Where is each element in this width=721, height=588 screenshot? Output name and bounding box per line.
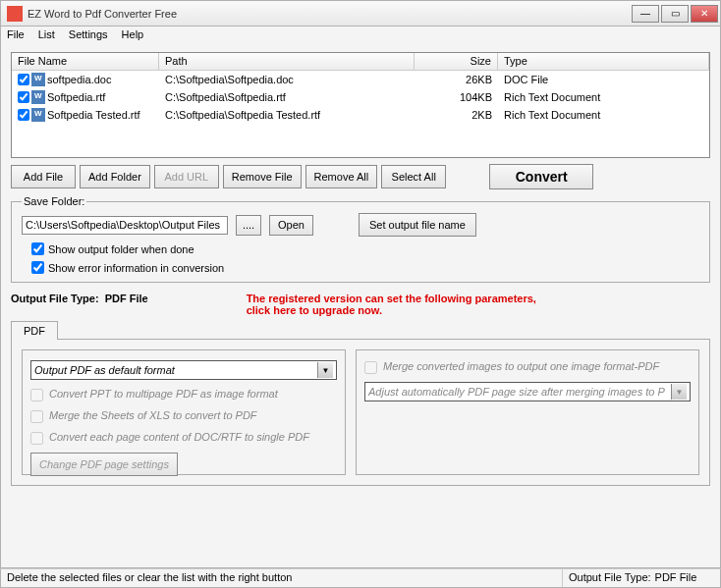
output-type-label: Output File Type: — [11, 293, 99, 304]
maximize-button[interactable]: ▭ — [661, 5, 689, 23]
minimize-button[interactable]: — — [632, 5, 659, 23]
cell-type: Rich Text Document — [498, 91, 709, 103]
col-size[interactable]: Size — [415, 53, 498, 70]
opt2-label: Merge the Sheets of XLS to convert to PD… — [49, 409, 257, 421]
remove-all-button[interactable]: Remove All — [305, 165, 378, 188]
upgrade-message[interactable]: The registered version can set the follo… — [247, 293, 561, 316]
col-path[interactable]: Path — [159, 53, 415, 70]
show-errors-label: Show error information in conversion — [48, 262, 224, 274]
close-button[interactable]: ✕ — [691, 5, 718, 23]
browse-button[interactable]: .... — [236, 215, 261, 236]
remove-file-button[interactable]: Remove File — [223, 165, 302, 188]
menubar: File List Settings Help — [0, 27, 721, 46]
content-area: File Name Path Size Type softpedia.doc C… — [0, 46, 721, 568]
cell-size: 2KB — [415, 109, 498, 121]
opt2-checkbox — [30, 410, 43, 423]
change-pdf-settings-button: Change PDF page settings — [30, 453, 178, 476]
file-list[interactable]: File Name Path Size Type softpedia.doc C… — [11, 52, 710, 158]
convert-button[interactable]: Convert — [489, 164, 593, 189]
merge-checkbox — [364, 361, 377, 374]
output-type-value: PDF File — [105, 293, 148, 304]
save-folder-group: Save Folder: .... Open Set output file n… — [11, 195, 710, 283]
select-all-button[interactable]: Select All — [381, 165, 446, 188]
list-row[interactable]: softpedia.doc C:\Softpedia\Softpedia.doc… — [12, 71, 709, 88]
tab-panel: Output PDF as default format ▼ Convert P… — [11, 339, 710, 486]
word-icon — [31, 90, 45, 104]
word-icon — [31, 73, 45, 86]
menu-file[interactable]: File — [7, 28, 25, 44]
menu-settings[interactable]: Settings — [69, 28, 108, 44]
menu-list[interactable]: List — [38, 28, 55, 44]
tab-area: PDF Output PDF as default format ▼ Conve… — [11, 320, 710, 486]
col-filename[interactable]: File Name — [12, 53, 159, 70]
app-icon — [7, 6, 23, 22]
opt1-label: Convert PPT to multipage PDF as image fo… — [49, 388, 278, 400]
pdf-format-value: Output PDF as default format — [34, 364, 175, 376]
col-type[interactable]: Type — [498, 53, 709, 70]
chevron-down-icon: ▼ — [317, 362, 333, 378]
toolbar: Add File Add Folder Add URL Remove File … — [11, 164, 710, 189]
window-title: EZ Word to Pdf Converter Free — [28, 8, 632, 20]
adjust-select: Adjust automatically PDF page size after… — [364, 382, 691, 401]
row-checkbox[interactable] — [18, 91, 29, 103]
cell-size: 104KB — [415, 91, 498, 103]
opt3-checkbox — [30, 432, 43, 445]
add-file-button[interactable]: Add File — [11, 165, 76, 188]
adjust-value: Adjust automatically PDF page size after… — [368, 386, 665, 398]
row-checkbox[interactable] — [18, 109, 29, 121]
status-output-value: PDF File — [655, 571, 697, 585]
show-errors-checkbox[interactable] — [31, 261, 44, 274]
status-output-label: Output File Type: — [569, 571, 651, 585]
opt1-checkbox — [30, 389, 43, 401]
pdf-right-panel: Merge converted images to output one ima… — [356, 349, 699, 475]
open-button[interactable]: Open — [269, 215, 313, 236]
pdf-left-panel: Output PDF as default format ▼ Convert P… — [22, 349, 346, 475]
cell-filename: Softpedia.rtf — [47, 91, 105, 103]
save-folder-legend: Save Folder: — [22, 195, 86, 207]
statusbar: Delete the selected files or clear the l… — [0, 568, 721, 588]
cell-path: C:\Softpedia\Softpedia.rtf — [159, 91, 415, 103]
word-icon — [31, 108, 45, 122]
cell-path: C:\Softpedia\Softpedia.doc — [159, 74, 415, 85]
cell-filename: Softpedia Tested.rtf — [47, 109, 140, 121]
merge-label: Merge converted images to output one ima… — [383, 360, 659, 372]
show-folder-checkbox[interactable] — [31, 242, 44, 255]
list-row[interactable]: Softpedia Tested.rtf C:\Softpedia\Softpe… — [12, 106, 709, 124]
cell-filename: softpedia.doc — [47, 74, 111, 85]
set-output-name-button[interactable]: Set output file name — [359, 213, 476, 237]
list-row[interactable]: Softpedia.rtf C:\Softpedia\Softpedia.rtf… — [12, 88, 709, 106]
tab-pdf[interactable]: PDF — [11, 321, 58, 340]
opt3-label: Convert each page content of DOC/RTF to … — [49, 431, 309, 443]
cell-path: C:\Softpedia\Softpedia Tested.rtf — [159, 109, 415, 121]
show-folder-label: Show output folder when done — [48, 243, 194, 255]
menu-help[interactable]: Help — [122, 28, 144, 44]
row-checkbox[interactable] — [18, 74, 29, 85]
list-header: File Name Path Size Type — [12, 53, 709, 71]
status-left: Delete the selected files or clear the l… — [1, 569, 563, 587]
cell-type: Rich Text Document — [498, 109, 709, 121]
cell-type: DOC File — [498, 74, 709, 85]
add-folder-button[interactable]: Add Folder — [80, 165, 150, 188]
add-url-button[interactable]: Add URL — [154, 165, 219, 188]
pdf-format-select[interactable]: Output PDF as default format ▼ — [30, 360, 337, 380]
output-path-input[interactable] — [22, 216, 228, 235]
titlebar: EZ Word to Pdf Converter Free — ▭ ✕ — [0, 0, 721, 27]
cell-size: 26KB — [415, 74, 498, 85]
output-type-row: Output File Type: PDF File The registere… — [11, 293, 710, 316]
chevron-down-icon: ▼ — [671, 384, 687, 400]
